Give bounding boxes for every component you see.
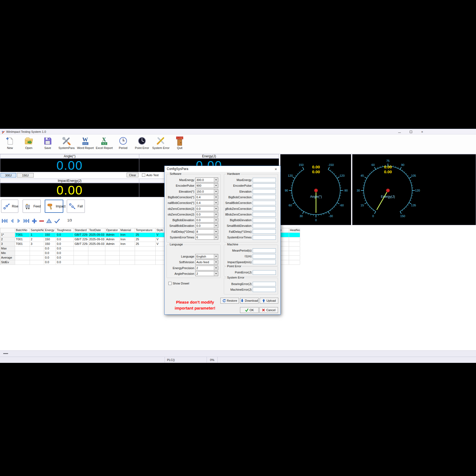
download-button[interactable]: Download — [240, 298, 259, 304]
combo-value: 2 — [196, 266, 214, 270]
restore-button[interactable]: Restore — [220, 298, 239, 304]
dropdown-arrow-icon[interactable] — [214, 195, 218, 199]
toolbar-point-error-button[interactable]: Point Error — [133, 135, 151, 153]
systemerrortimes-input[interactable] — [253, 235, 276, 240]
first-record-button[interactable] — [1, 218, 8, 223]
button-150j[interactable]: 150J — [17, 173, 34, 178]
upload-button[interactable]: Upload — [260, 298, 278, 304]
encoderpulse-combo[interactable]: 900 — [195, 183, 218, 188]
column-header: Operator — [105, 228, 120, 232]
dropdown-arrow-icon[interactable] — [214, 230, 218, 234]
bigbobzerocorrection-j-combo[interactable]: 0.0 — [195, 206, 218, 211]
dropdown-arrow-icon[interactable] — [214, 189, 218, 194]
status-cell-empty — [0, 357, 165, 363]
toolbar-save-button[interactable]: Save — [38, 135, 57, 153]
word-report-icon: WDOC — [81, 136, 90, 146]
dropdown-arrow-icon[interactable] — [214, 272, 218, 276]
last-record-button[interactable] — [23, 218, 30, 223]
minimize-button[interactable] — [394, 129, 405, 134]
smallbobelevation-input[interactable] — [253, 224, 276, 228]
column-header: HeatNo — [289, 228, 300, 232]
post-record-button[interactable] — [54, 218, 60, 224]
feed-button[interactable]: Feed — [23, 200, 41, 213]
dropdown-arrow-icon[interactable] — [214, 235, 218, 239]
impact-button[interactable]: Impact — [45, 200, 63, 213]
svg-text:X: X — [102, 136, 106, 143]
pointerror-j-input[interactable] — [253, 270, 276, 275]
toolbar-system-error-button[interactable]: System Error — [151, 135, 170, 153]
elevation-input[interactable] — [253, 189, 276, 194]
softversion-combo[interactable]: Auto feed — [195, 260, 218, 265]
elevation-combo[interactable]: 150.0 — [195, 189, 218, 194]
delete-record-button[interactable] — [39, 218, 44, 224]
dropdown-arrow-icon[interactable] — [214, 266, 218, 270]
toolbar-open-button[interactable]: Open — [19, 135, 38, 153]
dropdown-arrow-icon[interactable] — [214, 207, 218, 211]
bearingerror-j-input[interactable] — [253, 282, 276, 286]
fall-button[interactable]: Fall — [67, 200, 85, 213]
smallbobzerocorrection-input[interactable] — [253, 212, 276, 217]
smallbobcorrection-combo[interactable]: 0.4 — [195, 200, 218, 205]
dropdown-arrow-icon[interactable] — [214, 224, 218, 228]
bigbobcorrection-input[interactable] — [253, 195, 276, 199]
maxenergy-combo[interactable]: 300.0 — [195, 178, 218, 182]
encoderpulse-input[interactable] — [253, 183, 276, 188]
maximize-button[interactable] — [405, 129, 416, 134]
toolbar-quit-button[interactable]: CLOSEQuit — [170, 135, 189, 153]
toolbar-button-label: Period — [119, 146, 127, 150]
cancel-button[interactable]: Cancel — [259, 307, 278, 313]
dialog-close-button[interactable]: × — [272, 166, 280, 172]
falldelay-10ms-input[interactable] — [253, 229, 276, 234]
dropdown-arrow-icon[interactable] — [214, 212, 218, 217]
toolbar-new-button[interactable]: New — [1, 135, 19, 153]
meanperiod-s-input[interactable] — [253, 248, 276, 253]
dropdown-arrow-icon[interactable] — [214, 201, 218, 205]
ok-button[interactable]: OK — [240, 307, 259, 313]
smallbobelevation-combo[interactable]: 0.0 — [195, 223, 218, 228]
close-button[interactable]: × — [416, 129, 428, 134]
prev-record-button[interactable] — [10, 218, 15, 223]
machineerror-j-input[interactable] — [253, 287, 276, 292]
edit-record-button[interactable] — [46, 218, 52, 224]
language-combo[interactable]: English — [195, 254, 218, 259]
svg-text:0.00: 0.00 — [312, 169, 320, 174]
falldelay-10ms-combo[interactable]: 8 — [195, 229, 218, 234]
bigbobelevation-input[interactable] — [253, 218, 276, 223]
toolbar-word-report-button[interactable]: WDOCWord Report — [76, 135, 95, 153]
dropdown-arrow-icon[interactable] — [214, 260, 218, 264]
cell: T001 — [15, 237, 30, 242]
cell: T001 — [15, 233, 30, 237]
smallbobzerocorrection-j-combo[interactable]: 0.0 — [195, 212, 218, 217]
systemerrortimes-combo[interactable]: 6 — [195, 235, 218, 240]
impactspeed-m-s-input[interactable] — [253, 260, 276, 264]
bigbobcorrection-combo[interactable]: 0.4 — [195, 195, 218, 200]
next-record-button[interactable] — [16, 218, 21, 223]
bigbobelevation-combo[interactable]: 0.0 — [195, 218, 218, 223]
toolbar-excel-report-button[interactable]: XXLSExcel Report — [95, 135, 114, 153]
dropdown-arrow-icon[interactable] — [214, 254, 218, 259]
cell: Admin — [105, 242, 120, 246]
svg-text:-90: -90 — [343, 189, 348, 192]
i1-m-input[interactable] — [253, 254, 276, 259]
energyprecision-combo[interactable]: 2 — [195, 266, 218, 270]
auto-test-checkbox[interactable] — [142, 173, 145, 177]
dropdown-arrow-icon[interactable] — [214, 183, 218, 188]
clear-button[interactable]: Clear — [127, 173, 138, 177]
dialog-titlebar[interactable]: ConfigSysPara × — [165, 166, 280, 172]
smallbobcorrection-input[interactable] — [253, 201, 276, 205]
maxenergy-input[interactable] — [253, 178, 276, 182]
field-label: SmallBobZeroCorrection(J) — [168, 213, 195, 216]
combo-value: 0.4 — [196, 201, 214, 205]
bigbobzerocorrection-input[interactable] — [253, 206, 276, 211]
angleprecision-combo[interactable]: 2 — [195, 271, 218, 276]
dropdown-arrow-icon[interactable] — [214, 178, 218, 182]
cell: 0.0 — [44, 260, 56, 265]
toolbar-systempara-button[interactable]: SystemPara — [57, 135, 76, 153]
show-dowel-checkbox[interactable] — [168, 282, 172, 285]
button-300j[interactable]: 300J — [1, 173, 16, 178]
resize-grip[interactable] — [3, 353, 8, 354]
toolbar-period-button[interactable]: Period — [114, 135, 133, 153]
dropdown-arrow-icon[interactable] — [214, 218, 218, 222]
rise-button[interactable]: Rise — [1, 200, 18, 213]
add-record-button[interactable] — [32, 218, 37, 224]
